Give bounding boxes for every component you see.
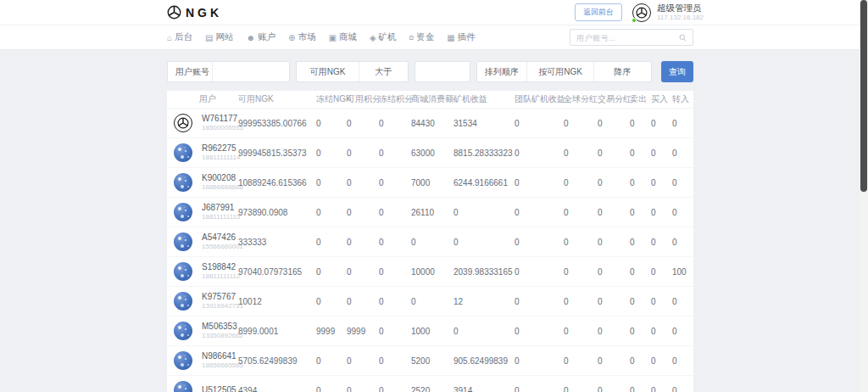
table-row[interactable]: U512505 439400025203914000000 xyxy=(167,376,693,392)
condition-filter-group: 可用NGK 大于 xyxy=(296,61,409,82)
cell-可用NGK: 999945815.35373 xyxy=(238,148,316,158)
cell-冻结积分: 0 xyxy=(379,178,411,188)
table-row[interactable]: K900208 18866668888 10889246.61536600070… xyxy=(167,168,693,198)
nav-search-box[interactable] xyxy=(570,29,693,46)
table-row[interactable]: K975767 13916942751 10012000012000000 xyxy=(167,287,693,316)
column-header-5: 商城消费额 xyxy=(411,93,453,105)
nav-item-label: 插件 xyxy=(458,31,476,43)
miner-icon: ◈ xyxy=(370,33,376,42)
cell-团队矿机收益: 0 xyxy=(515,356,564,366)
cell-矿机收益: 31534 xyxy=(453,119,515,128)
column-header-12: 转入 xyxy=(672,93,693,105)
cell-可用NGK: 97040.07973165 xyxy=(238,267,316,277)
nav-item-mall[interactable]: ▣商城 xyxy=(328,31,356,43)
cell-卖出: 0 xyxy=(630,327,651,336)
cell-可用NGK: 4394 xyxy=(238,386,316,392)
cell-冻结NGK: 0 xyxy=(316,297,347,306)
cell-可用NGK: 10012 xyxy=(238,297,316,306)
nav-item-home[interactable]: ⌂后台 xyxy=(167,31,192,43)
account-icon: ☻ xyxy=(247,33,256,42)
back-to-front-button[interactable]: 返回前台 xyxy=(575,3,622,21)
field-select[interactable]: 可用NGK xyxy=(297,62,359,81)
nav-item-label: 后台 xyxy=(175,31,192,43)
cell-卖出: 0 xyxy=(630,148,651,158)
cell-矿机收益: 8815.28333323 xyxy=(453,148,515,158)
cell-团队矿机收益: 0 xyxy=(515,238,564,247)
username: A547426 xyxy=(202,232,243,244)
cell-卖出: 0 xyxy=(630,119,651,128)
cell-转入: 0 xyxy=(672,148,693,158)
cell-全球分红: 0 xyxy=(564,386,598,392)
account-input[interactable] xyxy=(212,62,289,81)
cell-团队矿机收益: 0 xyxy=(515,297,564,306)
vertical-scrollbar[interactable] xyxy=(860,0,868,392)
query-button[interactable]: 查询 xyxy=(661,61,693,82)
user-phone: 18866668888 xyxy=(202,183,243,193)
cell-可用NGK: 333333 xyxy=(238,238,316,247)
table-row[interactable]: N986641 18656665565 5705.624998390005200… xyxy=(167,346,693,376)
plugin-icon: ▦ xyxy=(447,33,454,42)
funds-icon: ¤ xyxy=(409,33,415,42)
username: M506353 xyxy=(202,321,243,333)
user-phone: 18811111112 xyxy=(202,272,240,282)
ngk-avatar-icon xyxy=(636,7,648,19)
user-cell: N986641 18656665565 xyxy=(167,350,238,371)
cell-可用NGK: 8999.0001 xyxy=(238,327,316,336)
cell-冻结积分: 0 xyxy=(379,208,411,217)
value-input[interactable] xyxy=(415,61,470,82)
nav-item-market[interactable]: ⊕市场 xyxy=(288,31,315,43)
username: K900208 xyxy=(202,172,243,184)
cell-商城消费额: 0 xyxy=(411,238,453,247)
order-field-select[interactable]: 按可用NGK xyxy=(526,62,593,81)
cell-卖出: 0 xyxy=(630,238,651,247)
table-row[interactable]: W761177 18500005555 999953385.0076600084… xyxy=(167,109,693,138)
content-area: 用户账号 可用NGK 大于 排列顺序 按可用NGK 降序 查询 用户可用NGK冻… xyxy=(0,50,868,392)
cell-可用积分: 0 xyxy=(347,238,379,247)
table-row[interactable]: A547426 15566660001 33333300000000000 xyxy=(167,227,693,257)
cell-团队矿机收益: 0 xyxy=(515,178,564,188)
column-header-9: 交易分红 xyxy=(598,93,630,105)
cell-全球分红: 0 xyxy=(564,208,598,217)
nav-item-funds[interactable]: ¤资金 xyxy=(409,31,435,43)
cell-团队矿机收益: 0 xyxy=(515,267,564,277)
column-header-1: 可用NGK xyxy=(238,93,316,105)
admin-profile[interactable]: 超级管理员 117.132.16.182 xyxy=(632,3,704,22)
user-phone: 18811111115 xyxy=(202,213,240,222)
mall-icon: ▣ xyxy=(328,33,336,42)
column-header-3: 可用积分 xyxy=(347,93,379,105)
cell-冻结积分: 0 xyxy=(379,148,411,158)
table-row[interactable]: M506353 13350892662 8999.000199999999010… xyxy=(167,316,693,346)
cell-团队矿机收益: 0 xyxy=(515,119,564,128)
cell-转入: 0 xyxy=(672,356,693,366)
operator-select[interactable]: 大于 xyxy=(359,62,408,81)
cell-全球分红: 0 xyxy=(564,297,598,306)
logo-text: NGK xyxy=(186,6,222,20)
nav-item-site[interactable]: ▤网站 xyxy=(205,31,233,43)
user-table: 用户可用NGK冻结NGK可用积分冻结积分商城消费额矿机收益团队矿机收益全球分红交… xyxy=(167,91,693,392)
cell-买入: 0 xyxy=(651,386,672,392)
table-row[interactable]: R962275 18811111114 999945815.3537300063… xyxy=(167,138,693,168)
cell-可用NGK: 999953385.00766 xyxy=(238,119,316,128)
cell-可用积分: 0 xyxy=(347,297,379,306)
nav-item-plugin[interactable]: ▦插件 xyxy=(447,31,475,43)
table-header-row: 用户可用NGK冻结NGK可用积分冻结积分商城消费额矿机收益团队矿机收益全球分红交… xyxy=(167,91,693,109)
search-icon xyxy=(679,34,687,42)
table-row[interactable]: S198842 18811111112 97040.07973165000100… xyxy=(167,257,693,287)
cell-买入: 0 xyxy=(651,178,672,188)
site-icon: ▤ xyxy=(205,33,213,42)
cell-买入: 0 xyxy=(651,267,672,277)
nav-item-miner[interactable]: ◈矿机 xyxy=(370,31,397,43)
cell-冻结NGK: 9999 xyxy=(316,327,347,336)
nav-search-input[interactable] xyxy=(576,33,679,42)
cell-卖出: 0 xyxy=(630,297,651,306)
cell-卖出: 0 xyxy=(630,208,651,217)
nav-item-account[interactable]: ☻账户 xyxy=(247,31,276,43)
cell-冻结NGK: 0 xyxy=(316,356,347,366)
cell-交易分红: 0 xyxy=(598,178,630,188)
scrollbar-thumb[interactable] xyxy=(860,0,867,192)
table-row[interactable]: J687991 18811111115 973890.0908000261100… xyxy=(167,198,693,227)
ngk-logo: NGK xyxy=(167,5,222,20)
order-direction-select[interactable]: 降序 xyxy=(593,62,651,81)
cell-买入: 0 xyxy=(651,119,672,128)
cell-卖出: 0 xyxy=(630,386,651,392)
